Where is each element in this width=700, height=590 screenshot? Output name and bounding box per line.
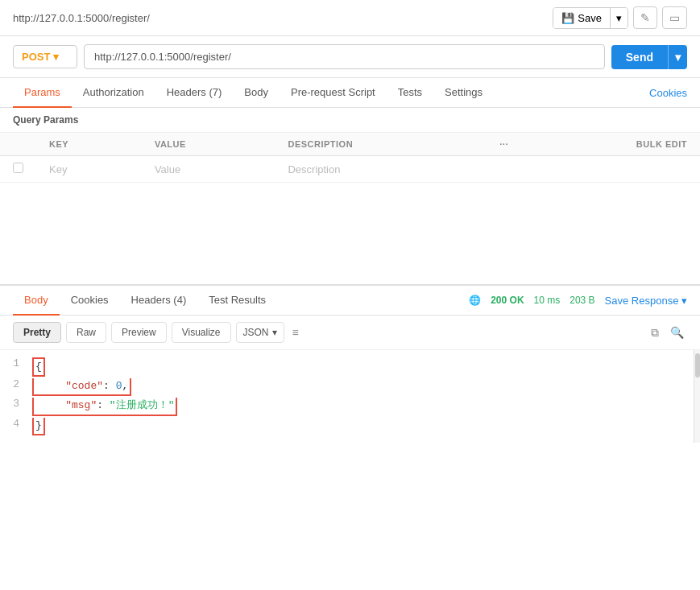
row-description[interactable]: Description [275, 156, 487, 183]
row-bulk [521, 156, 700, 183]
response-tab-body[interactable]: Body [13, 286, 60, 316]
th-key: KEY [36, 133, 142, 156]
format-select[interactable]: JSON ▾ [236, 322, 284, 343]
title-bar: http://127.0.0.1:5000/register/ 💾 Save ▾… [0, 0, 700, 36]
view-visualize-button[interactable]: Visualize [172, 322, 231, 343]
th-more: ··· [487, 133, 521, 156]
response-toolbar: Pretty Raw Preview Visualize JSON ▾ ≡ ⧉ … [0, 316, 700, 350]
request-title-url: http://127.0.0.1:5000/register/ [13, 12, 150, 24]
code-content-1: { [32, 357, 700, 377]
edit-button[interactable]: ✎ [633, 6, 657, 29]
status-time: 10 ms [534, 295, 561, 306]
response-section: Body Cookies Headers (4) Test Results 🌐 … [0, 285, 700, 443]
filter-icon[interactable]: ≡ [292, 326, 299, 339]
request-bar: POST ▾ Send ▾ [0, 36, 700, 78]
status-size: 203 B [570, 295, 594, 306]
code-line-4: 4 } [0, 417, 700, 436]
format-arrow: ▾ [272, 327, 277, 338]
code-content-4: } [32, 418, 700, 435]
save-label: Save [578, 12, 602, 24]
search-button[interactable]: 🔍 [667, 323, 687, 343]
code-area: 1 { 2 "code": 0, 3 [0, 350, 700, 443]
tab-settings[interactable]: Settings [433, 78, 494, 108]
th-description: DESCRIPTION [275, 133, 487, 156]
code-body-area: 1 { 2 "code": 0, 3 [0, 350, 700, 443]
row-value[interactable]: Value [142, 156, 275, 183]
copy-button[interactable]: ⧉ [648, 323, 662, 343]
view-raw-button[interactable]: Raw [66, 322, 106, 343]
th-checkbox [0, 133, 36, 156]
send-button[interactable]: Send ▾ [611, 45, 687, 69]
save-dropdown-button[interactable]: ▾ [610, 8, 628, 28]
response-status: 🌐 200 OK 10 ms 203 B Save Response ▾ [469, 287, 687, 315]
send-label: Send [611, 45, 668, 69]
save-disk-icon: 💾 [561, 12, 574, 24]
method-label: POST [22, 51, 50, 63]
save-response-arrow: ▾ [681, 295, 687, 307]
params-table: KEY VALUE DESCRIPTION ··· Bulk Edit Key … [0, 133, 700, 183]
tab-tests[interactable]: Tests [387, 78, 433, 108]
comment-button[interactable]: ▭ [662, 6, 687, 29]
title-actions: 💾 Save ▾ ✎ ▭ [553, 6, 687, 29]
tab-body[interactable]: Body [233, 78, 280, 108]
line-num-1: 1 [0, 357, 32, 377]
tab-pre-request-script[interactable]: Pre-request Script [280, 78, 387, 108]
line-num-2: 2 [0, 378, 32, 396]
tab-authorization[interactable]: Authorization [72, 78, 155, 108]
format-label: JSON [243, 327, 269, 338]
status-code: 200 OK [491, 295, 524, 306]
toolbar-right: ⧉ 🔍 [648, 323, 687, 343]
query-params-label: Query Params [0, 108, 700, 133]
table-row: Key Value Description [0, 156, 700, 183]
method-select[interactable]: POST ▾ [13, 45, 77, 68]
row-key[interactable]: Key [36, 156, 142, 183]
row-checkbox[interactable] [0, 156, 36, 183]
code-line-2: 2 "code": 0, [0, 378, 700, 397]
response-tabs: Body Cookies Headers (4) Test Results 🌐 … [0, 286, 700, 316]
scrollbar[interactable] [694, 350, 700, 443]
request-tabs: Params Authorization Headers (7) Body Pr… [0, 78, 700, 108]
code-line-1: 1 { [0, 357, 700, 378]
save-button[interactable]: 💾 Save [553, 8, 610, 28]
response-tab-cookies[interactable]: Cookies [60, 286, 120, 316]
globe-icon: 🌐 [469, 295, 481, 306]
code-content-3: "msg": "注册成功！" [32, 398, 700, 415]
url-input[interactable] [84, 44, 605, 69]
params-section: Query Params KEY VALUE DESCRIPTION ··· B… [0, 108, 700, 285]
view-pretty-button[interactable]: Pretty [13, 322, 61, 343]
row-more [487, 156, 521, 183]
send-dropdown-arrow[interactable]: ▾ [668, 45, 687, 69]
cookies-link[interactable]: Cookies [649, 79, 687, 107]
th-value: VALUE [142, 133, 275, 156]
tab-params[interactable]: Params [13, 78, 72, 108]
line-num-4: 4 [0, 418, 32, 435]
view-preview-button[interactable]: Preview [111, 322, 167, 343]
tab-headers[interactable]: Headers (7) [155, 78, 234, 108]
scrollbar-thumb[interactable] [695, 353, 700, 378]
response-tab-headers[interactable]: Headers (4) [120, 286, 198, 316]
method-arrow: ▾ [53, 51, 59, 63]
th-bulk-edit: Bulk Edit [521, 133, 700, 156]
line-num-3: 3 [0, 398, 32, 415]
save-response-button[interactable]: Save Response ▾ [605, 295, 687, 307]
code-line-3: 3 "msg": "注册成功！" [0, 397, 700, 416]
response-tab-test-results[interactable]: Test Results [197, 286, 277, 316]
code-content-2: "code": 0, [32, 378, 700, 396]
